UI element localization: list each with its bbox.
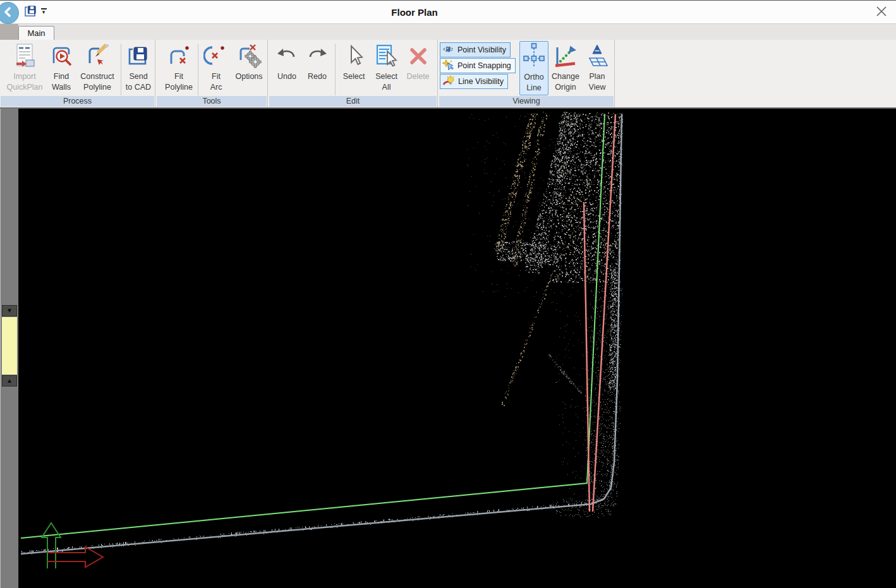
select-cursor-icon (338, 41, 370, 71)
ribbon-group-tools: Fit Polyline Fit Arc (156, 40, 268, 107)
select-button[interactable]: Select (338, 41, 370, 95)
options-button[interactable]: Options (232, 41, 266, 95)
import-quickplan-button[interactable]: Import QuickPlan (3, 41, 47, 95)
close-icon (876, 6, 887, 20)
construct-polyline-icon (76, 41, 119, 71)
toggle-label: Point Snapping (457, 61, 511, 70)
ortho-line-icon (520, 42, 548, 72)
button-label: Import (3, 71, 47, 82)
window-title: Floor Plan (0, 1, 829, 24)
ribbon: Import QuickPlan Find Walls (0, 40, 896, 109)
ribbon-tab-row: Main (0, 24, 896, 40)
close-button[interactable] (871, 3, 892, 22)
group-separator (121, 44, 121, 95)
toggle-label: Point Visibility (457, 45, 506, 54)
eye-icon (442, 44, 454, 57)
scroll-up-button[interactable]: ▲ (2, 375, 17, 387)
content-area: ▼ ▲ (0, 109, 896, 588)
button-label: Options (232, 71, 266, 82)
button-label: Ortho (520, 72, 548, 83)
find-walls-icon (48, 41, 75, 71)
button-label: Origin (550, 82, 581, 93)
import-quickplan-icon (3, 41, 47, 71)
line-visibility-toggle[interactable]: Line Visibility (440, 74, 508, 89)
button-label: Select (338, 71, 370, 82)
scroll-up-icon: ▲ (6, 377, 13, 384)
select-all-button[interactable]: Select All (372, 41, 401, 95)
change-origin-icon (550, 41, 581, 71)
button-label: Arc (200, 82, 232, 93)
button-label: Send (123, 71, 154, 82)
ribbon-group-viewing: Point Visibility Point Snapping (439, 40, 615, 107)
send-to-cad-icon (123, 41, 154, 71)
sidebar-yellow-panel[interactable] (2, 317, 17, 375)
group-separator (198, 44, 198, 95)
ribbon-group-process: Import QuickPlan Find Walls (0, 40, 155, 107)
button-label: Fit (161, 71, 197, 82)
plan-view-button[interactable]: Plan View (583, 41, 612, 95)
button-label: Plan (583, 71, 612, 82)
delete-button[interactable]: Delete (403, 41, 433, 95)
group-separator (335, 44, 336, 95)
point-visibility-toggle[interactable]: Point Visibility (440, 42, 511, 57)
fit-arc-icon (200, 41, 232, 71)
left-sidebar-strip: ▼ ▲ (0, 109, 20, 588)
fit-polyline-icon (161, 41, 197, 71)
point-cloud-viewport[interactable] (20, 109, 896, 588)
redo-icon (303, 41, 332, 71)
group-band-edit: Edit (269, 96, 437, 107)
button-label: Polyline (76, 82, 119, 93)
find-walls-button[interactable]: Find Walls (48, 41, 75, 95)
button-label: Change (550, 71, 581, 82)
ribbon-group-edit: Undo Redo Select (269, 40, 438, 107)
snap-star-cursor-icon (442, 59, 454, 73)
select-all-icon (372, 41, 401, 71)
options-icon (232, 41, 266, 71)
delete-icon (403, 41, 433, 71)
undo-icon (272, 41, 301, 71)
construct-polyline-button[interactable]: Construct Polyline (76, 41, 119, 95)
toggle-label: Line Visibility (458, 77, 504, 86)
viewing-toggles: Point Visibility Point Snapping (440, 42, 516, 90)
tab-row-filler (0, 24, 18, 40)
button-label: View (583, 82, 612, 93)
tab-main[interactable]: Main (18, 26, 54, 40)
button-label: Walls (48, 82, 75, 93)
redo-button[interactable]: Redo (303, 41, 332, 95)
button-label: QuickPlan (3, 82, 47, 93)
ortho-line-button[interactable]: Ortho Line (519, 41, 548, 95)
button-label: Construct (76, 71, 119, 82)
undo-button[interactable]: Undo (272, 41, 301, 95)
group-band-viewing: Viewing (439, 96, 614, 107)
fit-polyline-button[interactable]: Fit Polyline (161, 41, 197, 95)
button-label: Fit (200, 71, 232, 82)
button-label: Find (48, 71, 75, 82)
button-label: Redo (303, 71, 332, 82)
plan-view-icon (583, 41, 612, 71)
button-label: Undo (272, 71, 301, 82)
button-label: to CAD (123, 82, 154, 93)
bulb-arc-icon (442, 75, 455, 88)
button-label: Polyline (161, 82, 197, 93)
group-band-tools: Tools (157, 96, 267, 107)
title-bar: ▾ Floor Plan (0, 0, 896, 24)
button-label (232, 82, 266, 93)
fit-arc-button[interactable]: Fit Arc (200, 41, 232, 95)
point-snapping-toggle[interactable]: Point Snapping (440, 58, 516, 73)
group-band-process: Process (1, 96, 154, 107)
button-label: All (372, 82, 401, 93)
button-label: Delete (403, 71, 433, 82)
button-label: Line (520, 83, 548, 93)
change-origin-button[interactable]: Change Origin (550, 41, 581, 95)
send-to-cad-button[interactable]: Send to CAD (123, 41, 154, 95)
scroll-down-icon: ▼ (6, 307, 13, 314)
scroll-down-button[interactable]: ▼ (2, 305, 17, 316)
button-label: Select (372, 71, 401, 82)
